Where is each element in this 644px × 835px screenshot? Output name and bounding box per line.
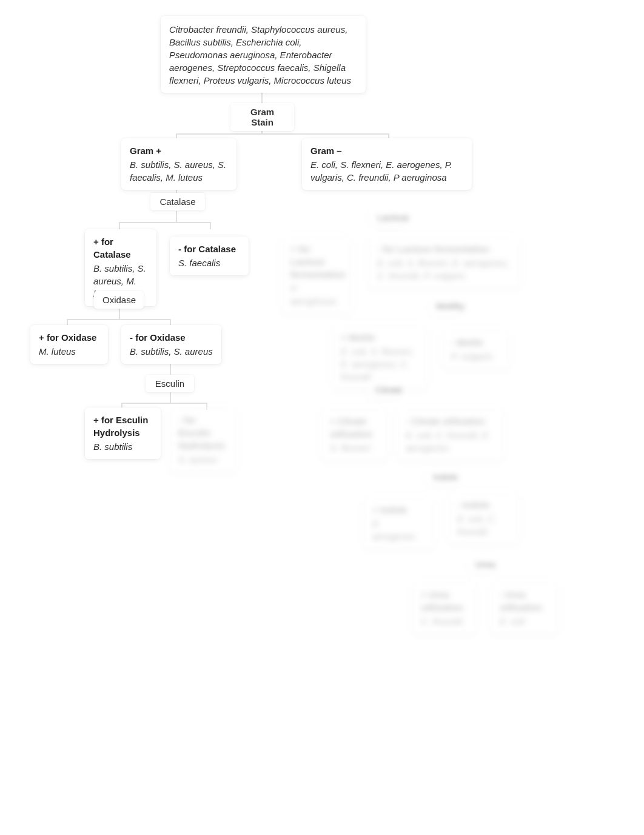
catalase-label: Catalase <box>159 196 195 207</box>
esc-pos-sub: B. subtilis <box>93 440 152 453</box>
neg-j-title: - Urea utilization <box>500 588 549 614</box>
oxidase-positive-node: + for Oxidase M. luteus <box>30 325 108 364</box>
neg-h-sub: E. coli, C. freundii <box>457 512 510 538</box>
neg-d-sub: P. vulgaris <box>451 350 501 363</box>
neg-i-sub: C. freundii <box>421 615 468 628</box>
gram-neg-node-h: - Indole E. coli, C. freundii <box>449 492 518 544</box>
gram-positive-node: Gram + B. subtilis, S. aureus, S. faecal… <box>121 138 236 190</box>
gram-neg-node-f: - Citrate utilization E. coli, C. freund… <box>397 409 503 460</box>
gram-neg-test-5: Urea <box>467 555 497 573</box>
neg-b-sub: E. coli, S. flexneri, E. aerogenes, C. f… <box>377 257 512 282</box>
gram-neg-test-3: Citrate <box>367 381 401 398</box>
gn-test5-label: Urea <box>475 559 495 569</box>
gram-neg-node-e: + Citrate utilization S. flexneri <box>321 409 388 460</box>
test-gram-stain: Gram Stain <box>230 103 294 131</box>
gram-neg-node-c: + Motile E. coli, S. flexneri, E. aeroge… <box>332 325 426 389</box>
cat-neg-title: - for Catalase <box>178 243 240 255</box>
gram-stain-label: Gram Stain <box>250 107 274 127</box>
neg-i-title: + Urea utilization <box>421 588 468 614</box>
oxi-pos-sub: M. luteus <box>39 345 99 358</box>
gn-test1-label: Lactose <box>377 212 409 223</box>
gram-neg-node-d: - Motile P. vulgaris <box>443 330 509 369</box>
neg-g-title: + Indole <box>372 503 425 516</box>
neg-c-title: + Motile <box>341 331 418 344</box>
neg-h-title: - Indole <box>457 498 510 511</box>
cat-neg-sub: S. faecalis <box>178 257 240 269</box>
oxidase-label: Oxidase <box>102 295 136 305</box>
gram-neg-test-4: Indole <box>424 468 458 486</box>
esculin-positive-node: + for Esculin Hydrolysis B. subtilis <box>85 407 161 459</box>
gram-neg-title: Gram – <box>310 144 463 157</box>
gram-neg-node-b: - for Lactose fermentation E. coli, S. f… <box>369 236 520 288</box>
catalase-negative-node: - for Catalase S. faecalis <box>170 236 249 275</box>
gram-neg-node-j: - Urea utilization E. coli <box>491 582 558 634</box>
gn-test3-label: Citrate <box>375 384 402 395</box>
esc-neg-sub: S. aureus <box>178 453 228 466</box>
gram-pos-title: Gram + <box>130 144 228 157</box>
gram-neg-test-1: Lactose <box>369 209 405 226</box>
neg-a-title: + for Lactose fermentation <box>290 243 343 281</box>
gram-neg-node-i: + Urea utilization C. freundii <box>412 582 476 634</box>
gram-neg-node-g: + Indole E. aerogenes <box>364 497 434 549</box>
oxi-neg-title: - for Oxidase <box>130 331 213 344</box>
gram-pos-sub: B. subtilis, S. aureus, S. faecalis, M. … <box>130 158 228 184</box>
neg-e-title: + Citrate utilization <box>330 415 380 440</box>
gram-neg-sub: E. coli, S. flexneri, E. aerogenes, P. v… <box>310 158 463 184</box>
gram-negative-node: Gram – E. coli, S. flexneri, E. aerogene… <box>302 138 472 190</box>
neg-e-sub: S. flexneri <box>330 441 380 454</box>
neg-g-sub: E. aerogenes <box>372 517 425 543</box>
root-node: Citrobacter freundii, Staphylococcus aur… <box>161 16 366 93</box>
root-sub: Citrobacter freundii, Staphylococcus aur… <box>169 23 357 87</box>
gn-test4-label: Indole <box>433 472 458 482</box>
gn-test2-label: Motility <box>436 301 465 311</box>
gram-neg-node-a: + for Lactose fermentation P. aeruginosa <box>282 236 352 314</box>
neg-c-sub: E. coli, S. flexneri, E. aerogenes, C. f… <box>341 345 418 383</box>
test-esculin: Esculin <box>146 375 194 392</box>
esculin-negative-node: - for Esculin Hydrolysis S. aureus <box>170 407 236 472</box>
test-catalase: Catalase <box>150 193 205 210</box>
neg-j-sub: E. coli <box>500 615 549 628</box>
esculin-label: Esculin <box>155 378 184 389</box>
oxidase-negative-node: - for Oxidase B. subtilis, S. aureus <box>121 325 221 364</box>
neg-f-sub: E. coli, C. freundii, E. aerogenes <box>406 429 495 454</box>
neg-f-title: - Citrate utilization <box>406 415 495 428</box>
esc-pos-title: + for Esculin Hydrolysis <box>93 414 152 439</box>
oxi-neg-sub: B. subtilis, S. aureus <box>130 345 213 358</box>
neg-a-sub: P. aeruginosa <box>290 282 343 307</box>
neg-b-title: - for Lactose fermentation <box>377 243 512 255</box>
esc-neg-title: - for Esculin Hydrolysis <box>178 414 228 452</box>
neg-d-title: - Motile <box>451 336 501 349</box>
cat-pos-title: + for Catalase <box>93 235 148 261</box>
gram-neg-test-2: Motility <box>428 297 464 315</box>
test-oxidase: Oxidase <box>94 291 144 309</box>
oxi-pos-title: + for Oxidase <box>39 331 99 344</box>
